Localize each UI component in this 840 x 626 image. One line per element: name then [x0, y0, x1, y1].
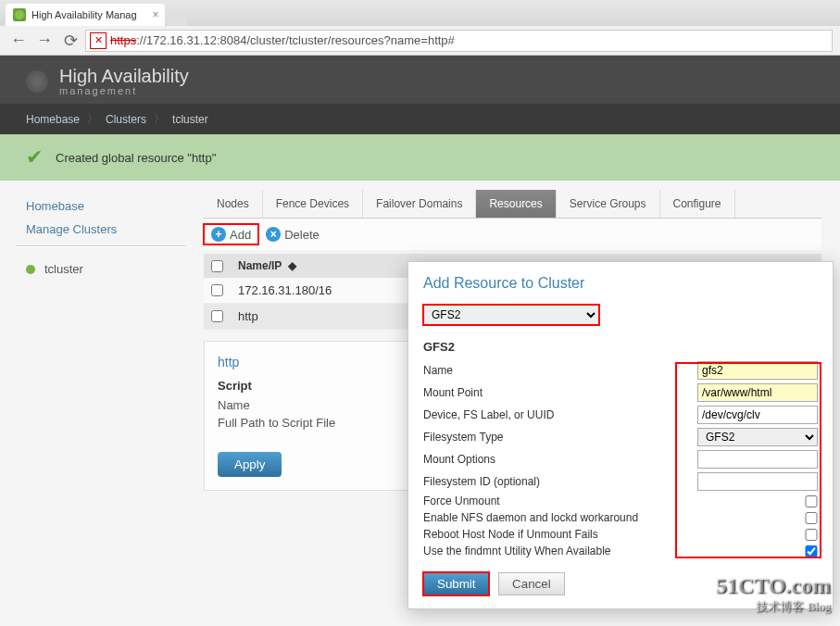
select-all-checkbox[interactable]	[211, 260, 223, 272]
label-fsid: Filesystem ID (optional)	[423, 475, 697, 488]
address-bar[interactable]: ✕ https ://172.16.31.12:8084/cluster/tcl…	[85, 30, 833, 52]
back-button[interactable]: ←	[7, 30, 30, 52]
force-unmount-checkbox[interactable]	[805, 495, 818, 507]
apply-button[interactable]: Apply	[218, 452, 282, 477]
url-struck: https	[110, 33, 136, 47]
resource-type-select[interactable]: GFS2	[423, 305, 599, 325]
tab-close-icon[interactable]: ×	[153, 8, 159, 21]
name-input[interactable]	[697, 361, 818, 380]
breadcrumb-leaf: tcluster	[172, 113, 208, 126]
tab-title: High Availability Manag	[31, 9, 137, 20]
breadcrumb: Homebase 〉 Clusters 〉 tcluster	[0, 104, 840, 134]
app-title: High Availability	[59, 67, 189, 85]
tab-configure[interactable]: Configure	[660, 190, 735, 218]
label-findmnt: Use the findmnt Utility When Available	[423, 545, 805, 557]
mountpoint-input[interactable]	[697, 383, 818, 402]
row-checkbox[interactable]	[211, 284, 223, 296]
delete-button[interactable]: × Delete	[258, 224, 327, 244]
forward-button[interactable]: →	[33, 30, 56, 52]
tab-failover[interactable]: Failover Domains	[363, 190, 476, 218]
cluster-name: tcluster	[44, 262, 83, 276]
browser-toolbar: ← → ⟳ ✕ https ://172.16.31.12:8084/clust…	[0, 26, 840, 56]
row-name: 172.16.31.180/16	[238, 283, 332, 297]
tab-nodes[interactable]: Nodes	[204, 190, 263, 218]
label-fstype: Filesystem Type	[423, 431, 697, 444]
label-reboot: Reboot Host Node if Unmount Fails	[423, 528, 805, 541]
sidebar-manage[interactable]: Manage Clusters	[26, 222, 185, 236]
plus-icon: +	[211, 227, 226, 242]
dialog-title: Add Resource to Cluster	[423, 275, 818, 292]
app-header: High Availability management	[0, 56, 840, 104]
chevron-right-icon: 〉	[87, 111, 98, 127]
label-force: Force Unmount	[423, 495, 805, 507]
findmnt-checkbox[interactable]	[805, 545, 818, 557]
fsid-input[interactable]	[697, 472, 818, 491]
insecure-icon: ✕	[90, 32, 107, 49]
flash-text: Created global resource "http"	[56, 151, 216, 165]
tab-resources[interactable]: Resources	[476, 190, 556, 218]
cancel-button[interactable]: Cancel	[498, 572, 565, 595]
label-nfs: Enable NFS daemon and lockd workaround	[423, 511, 805, 524]
browser-tab-strip: High Availability Manag ×	[0, 0, 840, 26]
label-name: Name	[423, 364, 697, 377]
label-mountpoint: Mount Point	[423, 386, 697, 399]
sidebar-cluster-item[interactable]: tcluster	[26, 257, 185, 282]
fstype-select[interactable]: GFS2	[697, 428, 818, 446]
col-name[interactable]: Name/IP	[238, 259, 282, 272]
mountopts-input[interactable]	[697, 450, 818, 469]
logo-icon	[26, 70, 48, 93]
x-icon: ×	[266, 227, 281, 242]
action-bar: + Add × Delete	[204, 219, 821, 250]
sidebar-home[interactable]: Homebase	[26, 199, 185, 213]
sort-icon[interactable]: ◆	[288, 259, 296, 272]
flash-message: ✔ Created global resource "http"	[0, 134, 840, 181]
submit-button[interactable]: Submit	[423, 572, 489, 595]
reboot-checkbox[interactable]	[805, 529, 818, 541]
reload-button[interactable]: ⟳	[59, 30, 81, 52]
row-name: http	[238, 309, 258, 323]
chevron-right-icon: 〉	[154, 111, 165, 127]
label-device: Device, FS Label, or UUID	[423, 408, 697, 421]
breadcrumb-home[interactable]: Homebase	[26, 113, 80, 126]
check-icon: ✔	[26, 145, 43, 169]
dialog-subtitle: GFS2	[423, 340, 818, 354]
add-button[interactable]: + Add	[204, 224, 258, 244]
content-tabs: Nodes Fence Devices Failover Domains Res…	[204, 190, 821, 219]
breadcrumb-clusters[interactable]: Clusters	[106, 113, 146, 126]
add-label: Add	[230, 228, 251, 242]
nfs-workaround-checkbox[interactable]	[805, 512, 818, 524]
divider	[17, 245, 185, 247]
new-tab-button[interactable]	[167, 9, 187, 26]
tab-fence[interactable]: Fence Devices	[263, 190, 363, 218]
delete-label: Delete	[284, 228, 320, 242]
app-subtitle: management	[59, 85, 189, 96]
device-input[interactable]	[697, 406, 818, 424]
status-dot-icon	[26, 265, 35, 274]
row-checkbox[interactable]	[211, 310, 223, 322]
add-resource-dialog: Add Resource to Cluster GFS2 GFS2 Name M…	[407, 261, 834, 609]
tab-service-groups[interactable]: Service Groups	[557, 190, 660, 218]
favicon-icon	[13, 8, 26, 21]
browser-tab[interactable]: High Availability Manag ×	[6, 4, 165, 26]
label-mountopts: Mount Options	[423, 453, 697, 466]
url-rest: ://172.16.31.12:8084/cluster/tcluster/re…	[136, 33, 455, 47]
sidebar: Homebase Manage Clusters tcluster	[0, 181, 185, 500]
